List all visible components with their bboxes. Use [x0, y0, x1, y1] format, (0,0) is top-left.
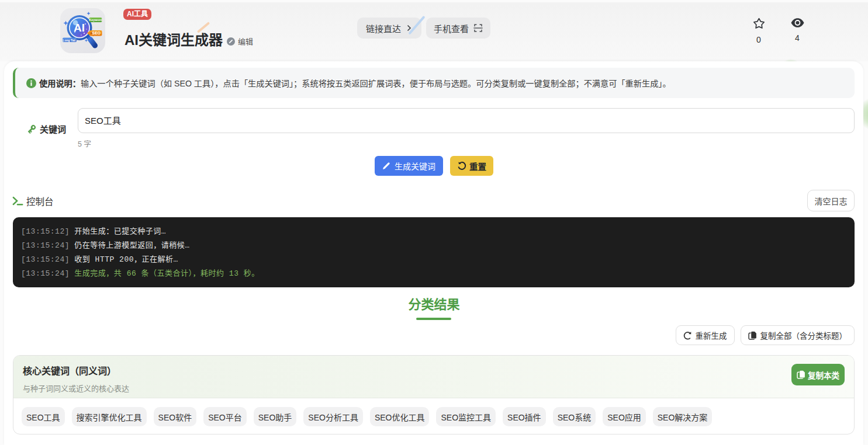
svg-text:Long Tail: Long Tail [63, 39, 75, 42]
svg-text:AI: AI [74, 22, 85, 34]
svg-text:Keyword: Keyword [89, 18, 102, 22]
svg-text:SEO: SEO [92, 31, 101, 35]
